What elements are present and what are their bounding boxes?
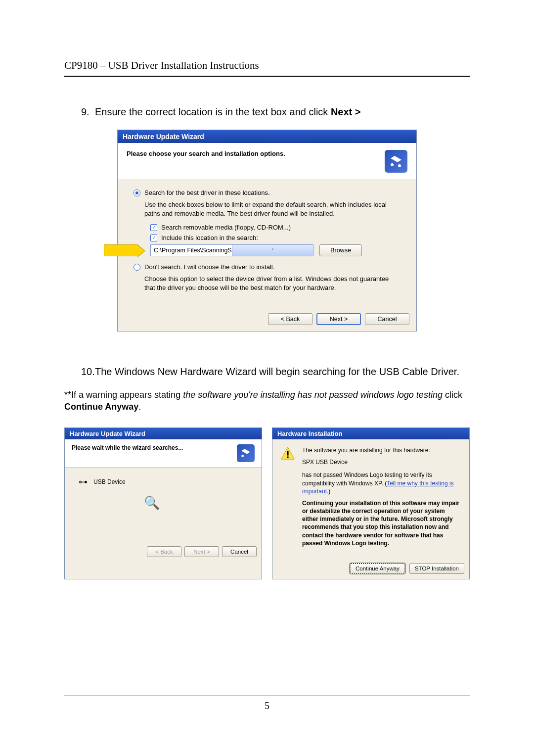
wizard-heading: Please choose your search and installati… — [127, 150, 285, 157]
svg-rect-3 — [287, 451, 288, 455]
note-end: . — [138, 402, 141, 412]
path-value: C:\Program Files\ScanningSuite\Actron\Dr… — [151, 247, 232, 254]
note-italic: the software you're installing has not p… — [183, 390, 443, 400]
browse-button[interactable]: Browse — [319, 244, 362, 256]
page-number: 5 — [265, 700, 269, 711]
next-button: Next > — [184, 546, 219, 557]
device-icon — [385, 150, 407, 173]
step-10-num: 10. — [81, 366, 95, 378]
radio-dont-search[interactable]: Don't search. I will choose the driver t… — [134, 263, 400, 271]
step-9-text-bold: Next > — [331, 106, 361, 117]
next-button[interactable]: Next > — [316, 313, 361, 325]
svg-rect-4 — [287, 457, 288, 458]
searching-wizard: Hardware Update Wizard Please wait while… — [64, 427, 262, 579]
warning-icon — [280, 446, 295, 460]
checkbox-removable-label: Search removable media (floppy, CD-ROM..… — [161, 224, 291, 231]
checkbox-icon — [150, 235, 157, 241]
warn-titlebar: Hardware Installation — [272, 428, 469, 439]
searching-heading: Please wait while the wizard searches... — [72, 444, 183, 451]
radio-search-best[interactable]: Search for the best driver in these loca… — [134, 189, 400, 196]
wizard-header: Please choose your search and installati… — [118, 143, 416, 180]
page-footer: 5 — [64, 696, 470, 711]
searching-header: Please wait while the wizard searches... — [65, 439, 262, 468]
warn-line2: has not passed Windows Logo testing to v… — [302, 471, 460, 495]
warn-footer: Continue Anyway STOP Installation — [272, 559, 469, 579]
doc-header: CP9180 – USB Driver Installation Instruc… — [64, 59, 470, 77]
device-icon — [237, 444, 255, 462]
usb-icon: ⊶ — [79, 476, 88, 487]
path-row: C:\Program Files\ScanningSuite\Actron\Dr… — [150, 244, 400, 256]
checkbox-include-location[interactable]: Include this location in the search: — [150, 234, 400, 241]
hardware-installation-dialog: Hardware Installation The software you a… — [272, 427, 470, 579]
step-9-text: Ensure the correct location is in the te… — [95, 106, 470, 118]
searching-body: ⊶ USB Device 🔍 — [65, 468, 262, 542]
wizard-footer: < Back Next > Cancel — [118, 308, 416, 331]
svg-point-1 — [398, 164, 401, 167]
cancel-button[interactable]: Cancel — [365, 313, 409, 325]
magnifier-icon: 🔍 — [144, 495, 252, 511]
svg-point-2 — [241, 455, 244, 457]
radio-search-best-label: Search for the best driver in these loca… — [144, 189, 270, 196]
usb-device-label: USB Device — [93, 478, 126, 485]
checkbox-include-label: Include this location in the search: — [161, 234, 258, 241]
warn-line2b: ) — [328, 488, 330, 495]
step-9-num: 9. — [81, 106, 95, 118]
continue-anyway-button[interactable]: Continue Anyway — [350, 563, 405, 574]
hardware-update-wizard: Hardware Update Wizard Please choose you… — [117, 130, 417, 331]
note-post: click — [443, 390, 462, 400]
chevron-down-icon[interactable]: ˅ — [232, 245, 313, 256]
warn-body: The software you are installing for this… — [272, 439, 469, 559]
wizard-titlebar: Hardware Update Wizard — [118, 130, 416, 143]
back-button: < Back — [147, 546, 181, 557]
radio-icon — [134, 264, 140, 271]
highlight-arrow-icon — [104, 244, 137, 256]
stop-installation-button[interactable]: STOP Installation — [409, 563, 464, 574]
checkbox-removable[interactable]: Search removable media (floppy, CD-ROM..… — [150, 224, 400, 231]
warn-hw: SPX USB Device — [302, 458, 460, 466]
back-button[interactable]: < Back — [268, 313, 312, 325]
radio-dont-search-label: Don't search. I will choose the driver t… — [144, 263, 274, 271]
note-pre: **If a warning appears stating — [64, 390, 183, 400]
searching-footer: < Back Next > Cancel — [65, 542, 262, 561]
wizard-body: Search for the best driver in these loca… — [118, 180, 416, 308]
searching-titlebar: Hardware Update Wizard — [65, 428, 262, 439]
path-combobox[interactable]: C:\Program Files\ScanningSuite\Actron\Dr… — [150, 244, 313, 256]
warning-note: **If a warning appears stating the softw… — [64, 389, 470, 413]
warn-bold: Continuing your installation of this sof… — [302, 500, 459, 547]
warn-line1: The software you are installing for this… — [302, 446, 460, 454]
svg-point-0 — [391, 163, 394, 166]
opt1-desc: Use the check boxes below to limit or ex… — [144, 200, 400, 218]
opt2-desc: Choose this option to select the device … — [144, 275, 400, 292]
step-9: 9. Ensure the correct location is in the… — [81, 106, 470, 118]
cancel-button[interactable]: Cancel — [222, 546, 257, 557]
checkbox-icon — [150, 224, 157, 231]
note-bold: Continue Anyway — [64, 402, 138, 412]
step-10: 10. The Windows New Hardware Wizard will… — [81, 366, 470, 378]
radio-icon — [134, 189, 140, 196]
step-10-text: The Windows New Hardware Wizard will beg… — [95, 366, 470, 378]
step-9-text-pre: Ensure the correct location is in the te… — [95, 106, 331, 117]
